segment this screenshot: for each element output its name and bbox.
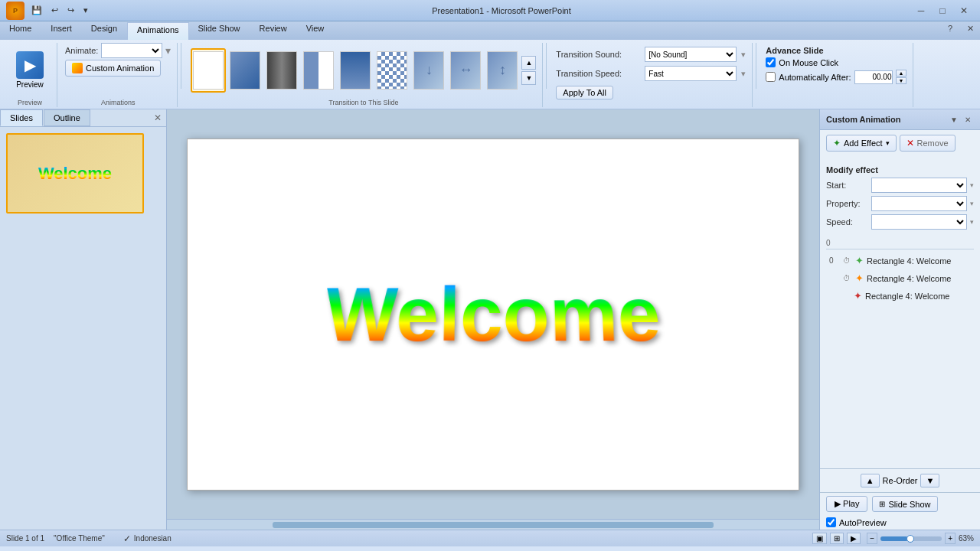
hscroll-thumb[interactable]: [273, 522, 714, 528]
custom-animation-button[interactable]: Custom Animation: [65, 60, 161, 77]
speed-select[interactable]: Fast: [645, 66, 737, 81]
slide-canvas[interactable]: Welcome: [187, 139, 799, 491]
slides-content: 1 Welcome: [0, 127, 166, 530]
speed-select-icon[interactable]: ▾: [970, 218, 974, 226]
ribbon-help-button[interactable]: ?: [940, 21, 960, 35]
spin-down[interactable]: ▼: [896, 77, 907, 84]
add-remove-section: ✦ Add Effect ▾ ✕ Remove: [820, 130, 980, 162]
modify-effect-title: Modify effect: [826, 165, 974, 174]
redo-button[interactable]: ↪: [64, 3, 78, 18]
tab-design[interactable]: Design: [82, 21, 127, 40]
spin-up[interactable]: ▲: [896, 70, 907, 77]
undo-button[interactable]: ↩: [47, 3, 62, 18]
horizontal-scrollbar[interactable]: [167, 519, 819, 530]
welcome-text[interactable]: Welcome: [323, 271, 664, 359]
zoom-out-button[interactable]: −: [867, 533, 877, 544]
canvas-area[interactable]: Welcome: [167, 109, 819, 519]
play-slideshow-section: ▶ Play ⊞ Slide Show: [820, 492, 980, 515]
auto-after-checkbox[interactable]: [766, 72, 776, 82]
preview-button[interactable]: ▶ Preview: [9, 47, 51, 93]
panel-dropdown-button[interactable]: ▼: [948, 114, 960, 125]
maximize-button[interactable]: □: [933, 4, 952, 18]
transition-next-button[interactable]: ▼: [521, 71, 536, 85]
autopreview-checkbox[interactable]: [826, 517, 836, 527]
auto-after-input[interactable]: [854, 70, 893, 84]
anim-spacer: [820, 355, 980, 468]
reorder-up-button[interactable]: ▲: [861, 474, 880, 487]
transition-prev-button[interactable]: ▲: [521, 56, 536, 70]
preview-label: Preview: [16, 80, 44, 89]
zoom-bar[interactable]: [880, 536, 942, 541]
slide-sorter-button[interactable]: ⊞: [830, 533, 844, 544]
animation-panel-title: Custom Animation: [826, 115, 900, 124]
tab-insert[interactable]: Insert: [41, 21, 82, 40]
transition-5[interactable]: ↓: [411, 48, 446, 93]
play-button[interactable]: ▶ Play: [826, 496, 867, 512]
tab-animations[interactable]: Animations: [127, 22, 188, 40]
custom-animation-icon: [72, 63, 83, 73]
property-select-icon[interactable]: ▾: [970, 200, 974, 207]
add-effect-button[interactable]: ✦ Add Effect ▾: [826, 135, 897, 152]
transition-7-preview: ↕: [487, 51, 518, 90]
animate-expand-icon[interactable]: ▾: [165, 44, 171, 57]
tab-home[interactable]: Home: [0, 21, 41, 40]
transition-none[interactable]: [191, 48, 226, 93]
language-icon: ✓: [123, 533, 131, 544]
tab-outline[interactable]: Outline: [44, 109, 90, 126]
auto-after-row: Automatically After: ▲ ▼: [766, 70, 906, 84]
tab-slides[interactable]: Slides: [0, 109, 43, 126]
speed-select-panel[interactable]: [871, 214, 967, 230]
tab-review[interactable]: Review: [250, 21, 297, 40]
remove-button[interactable]: ✕ Remove: [900, 135, 956, 152]
zoom-thumb[interactable]: [906, 535, 914, 543]
anim-item-2-clock: ⏱: [843, 274, 851, 282]
customize-toolbar-button[interactable]: ▾: [80, 3, 92, 18]
transition-2[interactable]: [264, 48, 299, 93]
animation-panel: Custom Animation ▼ ✕ ✦ Add Effect ▾ ✕ Re…: [819, 109, 980, 530]
transition-6[interactable]: ↔: [448, 48, 483, 93]
transition-4[interactable]: [338, 48, 373, 93]
anim-item-2[interactable]: ⏱ ✦ Rectangle 4: Welcome: [826, 270, 974, 286]
slideshow-button[interactable]: ⊞ Slide Show: [872, 496, 937, 512]
preview-group-label: Preview: [18, 97, 42, 107]
minimize-button[interactable]: ─: [911, 4, 931, 18]
slideshow-view-button[interactable]: ▶: [847, 533, 861, 544]
property-select[interactable]: [871, 196, 967, 211]
normal-view-button[interactable]: ▣: [812, 533, 827, 544]
reorder-down-button[interactable]: ▼: [920, 474, 939, 487]
on-mouse-click-checkbox[interactable]: [766, 57, 776, 67]
ribbon-collapse-button[interactable]: ✕: [960, 21, 980, 35]
start-select-icon[interactable]: ▾: [970, 181, 974, 189]
close-button[interactable]: ✕: [954, 4, 974, 18]
slide-thumbnail-1[interactable]: Welcome: [6, 133, 144, 214]
tab-slideshow[interactable]: Slide Show: [189, 21, 250, 40]
anim-item-1-label: Rectangle 4: Welcome: [867, 256, 951, 266]
transition-checkerboard[interactable]: [374, 48, 410, 93]
autopreview-row: AutoPreview: [820, 515, 980, 530]
transition-4-preview: [340, 51, 371, 90]
tab-view[interactable]: View: [297, 21, 335, 40]
status-bar: Slide 1 of 1 "Office Theme" ✓ Indonesian…: [0, 530, 980, 546]
anim-item-2-star: ✦: [855, 272, 864, 284]
autopreview-label: AutoPreview: [839, 518, 887, 527]
apply-all-button[interactable]: Apply To All: [556, 86, 613, 99]
apply-all-row: Apply To All: [556, 84, 613, 101]
add-effect-dropdown[interactable]: ▾: [886, 139, 890, 147]
sound-expand[interactable]: ▾: [741, 50, 746, 60]
transition-3[interactable]: [301, 48, 336, 93]
save-button[interactable]: 💾: [28, 3, 46, 18]
panel-close-x-button[interactable]: ✕: [962, 114, 974, 125]
slide-item-1: 1 Welcome: [6, 133, 160, 218]
anim-item-3[interactable]: ✦ Rectangle 4: Welcome: [826, 288, 974, 304]
start-select[interactable]: [871, 178, 967, 193]
anim-item-1[interactable]: 0 ⏱ ✦ Rectangle 4: Welcome: [826, 253, 974, 269]
transition-1[interactable]: [227, 48, 263, 93]
speed-expand[interactable]: ▾: [741, 69, 746, 79]
sound-select[interactable]: [No Sound]: [645, 47, 737, 62]
zoom-in-button[interactable]: +: [945, 533, 956, 544]
title-bar-left: P 💾 ↩ ↪ ▾: [6, 2, 92, 20]
transition-7[interactable]: ↕: [485, 48, 520, 93]
transition-2-preview: [266, 51, 297, 90]
panel-close-button[interactable]: ✕: [149, 109, 166, 126]
animate-select[interactable]: [101, 43, 162, 58]
